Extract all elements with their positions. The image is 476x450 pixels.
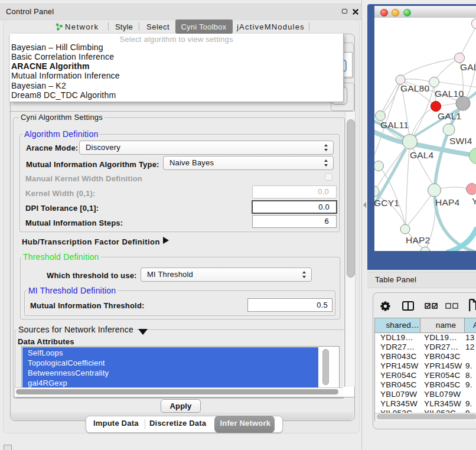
svg-text:HAP4: HAP4 bbox=[435, 197, 459, 207]
svg-text:SWI4: SWI4 bbox=[449, 136, 472, 146]
svg-text:YE: YE bbox=[472, 196, 476, 206]
svg-text:GAL10: GAL10 bbox=[435, 89, 464, 99]
svg-text:GAL11: GAL11 bbox=[380, 120, 409, 130]
svg-text:GAL4: GAL4 bbox=[410, 150, 434, 160]
svg-text:HAP2: HAP2 bbox=[406, 235, 430, 245]
svg-text:GAL80: GAL80 bbox=[460, 62, 476, 72]
svg-text:GAL1: GAL1 bbox=[438, 111, 461, 121]
svg-text:GCY1: GCY1 bbox=[374, 198, 399, 208]
svg-text:GAL80: GAL80 bbox=[400, 83, 429, 93]
